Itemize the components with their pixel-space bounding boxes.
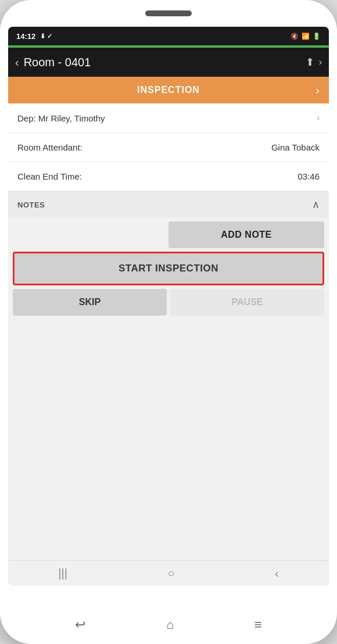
dep-row[interactable]: Dep: Mr Riley, Timothy › xyxy=(8,103,329,133)
home-icon[interactable]: ○ xyxy=(167,567,174,580)
dep-label: Dep: Mr Riley, Timothy xyxy=(17,113,105,123)
top-nav: ‹ Room - 0401 ⬆ › xyxy=(8,48,329,77)
add-note-button[interactable]: ADD NOTE xyxy=(168,221,324,248)
inspection-label: INSPECTION xyxy=(137,85,200,95)
notes-chevron-icon: ∧ xyxy=(312,198,320,211)
buttons-area: ADD NOTE START INSPECTION SKIP PAUSE xyxy=(8,218,329,320)
status-bar: 14:12 ⬇ ✓ 🔇 📶 🔋 xyxy=(8,27,329,45)
page-title: Room - 0401 xyxy=(24,56,306,69)
start-inspection-button[interactable]: START INSPECTION xyxy=(13,252,324,285)
notes-section[interactable]: NOTES ∧ xyxy=(8,191,329,218)
skip-button[interactable]: SKIP xyxy=(13,289,167,316)
signal-icon: 📶 xyxy=(302,33,310,40)
clean-end-label: Clean End Time: xyxy=(17,171,82,181)
attendant-value: Gina Toback xyxy=(271,142,320,152)
time-display: 14:12 xyxy=(16,32,35,41)
content-area xyxy=(8,320,329,560)
hw-back-button[interactable]: ↩ xyxy=(75,617,85,632)
pause-button[interactable]: PAUSE xyxy=(170,289,324,316)
dep-arrow-icon: › xyxy=(317,113,320,123)
recent-apps-icon[interactable]: ||| xyxy=(58,567,67,580)
battery-icon: 🔋 xyxy=(313,33,321,40)
phone-frame: 14:12 ⬇ ✓ 🔇 📶 🔋 ‹ Room - 0401 ⬆ › INSPEC… xyxy=(0,0,337,644)
notes-header[interactable]: NOTES ∧ xyxy=(8,191,329,218)
phone-hardware-buttons: ↩ ⌂ ≡ xyxy=(0,617,337,632)
attendant-label: Room Attendant: xyxy=(17,142,83,152)
share-button[interactable]: ⬆ xyxy=(306,56,314,69)
clean-end-row: Clean End Time: 03:46 xyxy=(8,162,329,191)
forward-chevron-icon[interactable]: › xyxy=(319,57,322,67)
attendant-row: Room Attendant: Gina Toback xyxy=(8,133,329,162)
bottom-nav-screen: ||| ○ ‹ xyxy=(8,560,329,586)
back-icon[interactable]: ‹ xyxy=(275,567,279,580)
hw-home-button[interactable]: ⌂ xyxy=(166,617,174,632)
mute-icon: 🔇 xyxy=(291,33,299,40)
phone-notch xyxy=(145,10,192,16)
status-time: 14:12 ⬇ ✓ xyxy=(16,32,52,41)
skip-pause-row: SKIP PAUSE xyxy=(13,289,324,316)
add-note-row: ADD NOTE xyxy=(13,221,324,248)
inspection-arrow-icon: › xyxy=(316,84,320,97)
hw-menu-button[interactable]: ≡ xyxy=(254,617,262,632)
notes-label: NOTES xyxy=(17,201,45,209)
info-section: Dep: Mr Riley, Timothy › Room Attendant:… xyxy=(8,103,329,191)
back-button[interactable]: ‹ xyxy=(15,56,19,69)
clean-end-value: 03:46 xyxy=(297,171,320,181)
status-icons: 🔇 📶 🔋 xyxy=(291,33,321,40)
screen: 14:12 ⬇ ✓ 🔇 📶 🔋 ‹ Room - 0401 ⬆ › INSPEC… xyxy=(8,27,329,586)
inspection-banner[interactable]: INSPECTION › xyxy=(8,77,329,103)
